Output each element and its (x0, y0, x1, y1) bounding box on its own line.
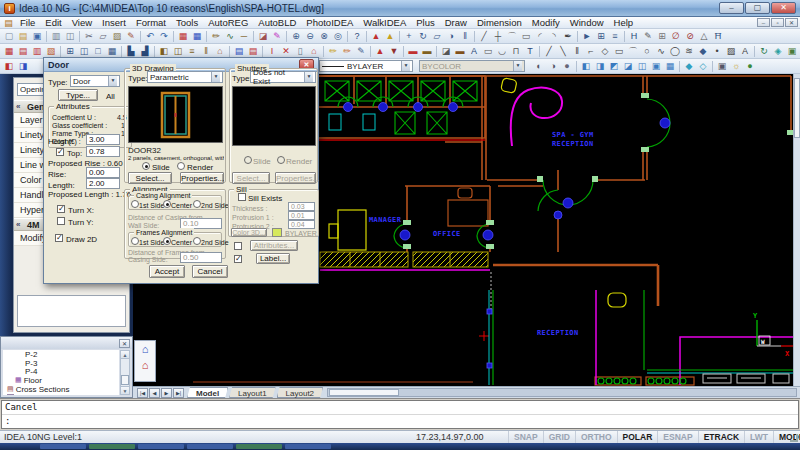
frames-center-radio[interactable] (163, 237, 171, 245)
text-tool-icon[interactable]: A (467, 45, 481, 58)
layer-down-icon[interactable]: ▲ (383, 30, 397, 43)
menu-plus[interactable]: Plus (411, 17, 439, 29)
draw-line-icon[interactable]: ╱ (542, 45, 556, 58)
menu-format[interactable]: Format (131, 17, 171, 29)
move-icon[interactable]: + (402, 30, 416, 43)
attributes-checkbox[interactable] (234, 242, 242, 250)
door-type-arrow-icon[interactable]: ▼ (108, 76, 117, 86)
tree-close-icon[interactable]: ✕ (119, 339, 130, 348)
menu-photoidea[interactable]: PhotoIDEA (301, 17, 358, 29)
pen-icon[interactable]: ✒ (561, 30, 575, 43)
door-type-combo[interactable]: Door ▼ (70, 75, 120, 87)
tree-scrollbar[interactable]: ▲ ▼ (120, 350, 130, 395)
pan-icon[interactable]: ⊞ (594, 30, 608, 43)
sun-light-icon[interactable]: ☼ (729, 60, 743, 73)
menu-walkidea[interactable]: WalkIDEA (358, 17, 411, 29)
tree-item-plan-views[interactable]: +▣Plan Views (3, 393, 119, 395)
frames-1st-side-radio[interactable] (131, 237, 139, 245)
copy-attributes-red-icon[interactable]: ▤ (246, 45, 260, 58)
turn-x-checkbox[interactable] (57, 205, 65, 213)
tab-nav-0-icon[interactable]: |◀ (137, 388, 148, 398)
draw-spline-icon[interactable]: ∿ (654, 45, 668, 58)
tree-scroll-thumb[interactable] (121, 375, 129, 385)
tree-item-floor[interactable]: ▦Floor (3, 376, 119, 385)
3d-type-combo[interactable]: Parametric ▼ (147, 71, 223, 83)
open-icon[interactable]: ▤ (16, 30, 30, 43)
mdi-restore-button[interactable]: ▫ (771, 18, 784, 27)
raise-level-icon[interactable]: ▲ (373, 45, 387, 58)
erase-icon[interactable]: ◪ (256, 30, 270, 43)
slab-mesh-icon[interactable]: ▦ (105, 45, 119, 58)
construction-line-icon[interactable]: ┼ (491, 30, 505, 43)
wall-segment-icon[interactable]: ▬ (453, 45, 467, 58)
taskbar-button[interactable] (236, 444, 282, 449)
rotate-3d-icon[interactable]: ↻ (757, 45, 771, 58)
sofa-furniture-icon[interactable]: ◡ (495, 45, 509, 58)
hscroll-thumb[interactable] (329, 389, 399, 396)
sketch-icon[interactable]: ✎ (641, 30, 655, 43)
rise-field[interactable]: 0.00 (86, 167, 120, 178)
draw-circle-icon[interactable]: ○ (640, 45, 654, 58)
cancel-button[interactable]: Cancel (192, 265, 228, 278)
turn-y-checkbox[interactable] (57, 217, 65, 225)
entity-snap-settings-icon[interactable]: ▦ (190, 30, 204, 43)
draw-rectangle-icon[interactable]: ▭ (612, 45, 626, 58)
wall-multi-icon[interactable]: ▧ (44, 45, 58, 58)
view-front-icon[interactable]: ▣ (649, 60, 663, 73)
linetype-combo[interactable]: BYLAYER ▼ (319, 60, 413, 72)
menu-edit[interactable]: Edit (40, 17, 66, 29)
lower-level-icon[interactable]: ▼ (387, 45, 401, 58)
tree-expander-icon[interactable]: + (7, 394, 14, 395)
rotate-icon[interactable]: ↻ (416, 30, 430, 43)
undo-icon[interactable]: ↶ (143, 30, 157, 43)
draw-arc-icon[interactable]: ⌒ (626, 45, 640, 58)
close-button[interactable]: ✕ (771, 2, 796, 14)
tab-layout1[interactable]: Layout1 (229, 387, 275, 398)
resize-grip[interactable] (790, 434, 798, 442)
wall-outer-icon[interactable]: ▦ (2, 45, 16, 58)
frames-2nd-side-radio[interactable] (193, 237, 201, 245)
tree-scroll-up-icon[interactable]: ▲ (121, 351, 129, 359)
sill-color-swatch[interactable] (272, 228, 282, 237)
roof-red-icon[interactable]: ⌂ (307, 45, 321, 58)
entity-snap-icon[interactable]: ▦ (176, 30, 190, 43)
pencil-yellow-icon[interactable]: ✏ (326, 45, 340, 58)
cut-icon[interactable]: ✂ (82, 30, 96, 43)
draw-parallel-icon[interactable]: ‖ (570, 45, 584, 58)
beam-i-icon[interactable]: I (265, 45, 279, 58)
taskbar-button[interactable] (138, 444, 184, 449)
brush-blue-icon[interactable]: ✎ (354, 45, 368, 58)
height-field[interactable]: 3.00 (86, 134, 120, 145)
menu-window[interactable]: Window (565, 17, 609, 29)
copy-icon[interactable]: ▱ (96, 30, 110, 43)
paste-icon[interactable]: ▨ (110, 30, 124, 43)
copy-attributes-blue-icon[interactable]: ▤ (232, 45, 246, 58)
top-field[interactable]: 0.78 (86, 146, 120, 157)
window-titlebar[interactable]: i Idea 10 NG - [C:\4M\IDEA\Top 10 reason… (0, 0, 800, 17)
shutters-select-button[interactable]: Select... (232, 172, 270, 184)
tree-item-p-2[interactable]: P-2 (3, 350, 119, 359)
draw-point-icon[interactable]: • (710, 45, 724, 58)
menu-view[interactable]: View (67, 17, 97, 29)
menu-tools[interactable]: Tools (171, 17, 203, 29)
slab-empty-icon[interactable]: □ (91, 45, 105, 58)
mdi-minimize-button[interactable]: – (757, 18, 770, 27)
redo-icon[interactable]: ↷ (157, 30, 171, 43)
camera-view-icon[interactable]: ▣ (715, 60, 729, 73)
color-combo[interactable]: BYCOLOR ▼ (419, 60, 525, 72)
maximize-button[interactable]: ▢ (745, 2, 770, 14)
view-nw-iso-icon[interactable]: ◪ (621, 60, 635, 73)
beam-h-icon[interactable]: Ħ (711, 30, 725, 43)
roof-tool-icon[interactable]: ⌂ (213, 45, 227, 58)
wall-3d-icon[interactable]: ◧ (2, 60, 16, 73)
shutters-properties-button[interactable]: Properties... (275, 172, 316, 184)
select-button[interactable]: Select... (128, 172, 172, 184)
type-button[interactable]: Type... (58, 89, 98, 101)
casing-side-field[interactable]: 0.50 (180, 252, 222, 263)
tab-layout2[interactable]: Layout2 (277, 387, 323, 398)
plan-view-red-icon[interactable]: ⌂ (137, 358, 153, 373)
window-tool-icon[interactable]: ◫ (171, 45, 185, 58)
print-preview-icon[interactable]: ◫ (63, 30, 77, 43)
stair-tool-icon[interactable]: ≡ (185, 45, 199, 58)
zoom-in-icon[interactable]: ⊕ (289, 30, 303, 43)
